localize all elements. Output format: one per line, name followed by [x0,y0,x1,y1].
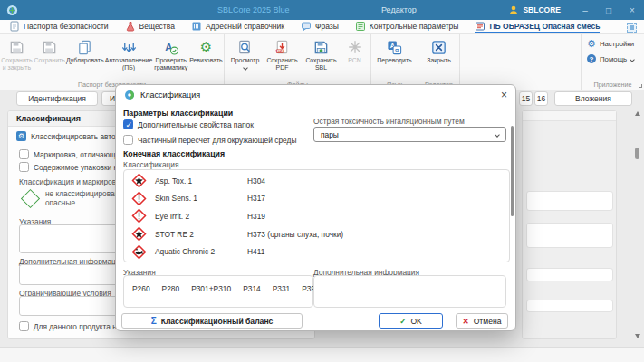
group-expand-icon[interactable] [639,84,642,88]
checkbox[interactable] [123,135,133,145]
checkbox[interactable] [19,149,29,159]
right-panel-field[interactable] [526,223,613,248]
cancel-button[interactable]: ✕ Отмена [456,313,508,329]
ribbon-pin-icon[interactable] [627,23,637,33]
translate-button[interactable]: AЯ Переводить [373,37,416,65]
x-icon: ✕ [462,317,468,326]
checkbox-label: Для данного продукта не [34,322,120,331]
classification-row[interactable]: STOT RE 2 H373 (органы слуха, почки) [124,225,509,243]
pcn-button[interactable]: PCN [341,37,369,65]
window-title: Редактор [381,5,417,14]
scroll-up-icon[interactable] [635,111,640,116]
user-icon [508,5,519,15]
marking-checkbox-row[interactable]: Маркировка, отличающа [19,149,120,159]
settings-button[interactable]: ⚙ Настройки [587,38,640,50]
pdf-icon: PDF [274,38,291,56]
ghs08-health-hazard-icon [131,173,147,188]
classification-balance-button[interactable]: Σ Классификационный баланс [121,313,303,329]
contents-checkbox-row[interactable]: Содержимое упаковки не [19,162,122,172]
menu-item-address-book[interactable]: Адресный справочник [191,20,284,33]
account-button[interactable]: SBLCORE [508,5,561,15]
dialog-close-icon[interactable]: × [501,90,507,100]
ribbon-group-application: ⚙ Настройки ? Помощь Приложение [581,34,644,90]
p-statement[interactable]: P280 [162,284,180,293]
preview-button[interactable]: Просмотр [227,37,264,71]
ribbon-group-editor: Закрыть Редактор [418,34,460,90]
classification-row[interactable]: Aquatic Chronic 2 H411 [124,243,509,261]
menu-item-active-document[interactable]: ПБ ОБРАЗЕЦ Опасная смесь [475,20,600,33]
p-statement[interactable]: P301+P310 [191,284,231,293]
classification-row[interactable]: Eye Irrit. 2 H319 [124,207,509,225]
settings-label: Настройки [600,40,634,48]
autofill-button[interactable]: Автозаполнение (ПБ) [104,37,154,72]
menu-item-phrases[interactable]: Фразы [301,20,339,33]
menu-item-substances[interactable]: Вещества [125,20,175,33]
help-button[interactable]: ? Помощь [587,54,640,63]
inhalation-toxicity-label: Острая токсичность ингаляционным путем [313,117,465,126]
save-pdf-button[interactable]: PDF Сохранить PDF [264,37,302,72]
classification-dialog: Классификация × Параметры классификации … [115,84,516,331]
ok-button-label: OK [410,317,421,326]
ribbon-group-passport: Сохранить и закрыть Сохранить Дублироват… [0,34,225,90]
product-checkbox-row[interactable]: Для данного продукта не [19,321,120,331]
ribbon-button-label: Переводить [377,57,411,64]
sigma-icon: Σ [151,316,157,326]
scroll-down-icon[interactable] [635,334,640,338]
vertical-scrollbar[interactable] [632,91,643,346]
checkbox-checked[interactable] [123,119,133,129]
additional-info-textarea[interactable] [313,275,506,308]
svg-text:Я: Я [395,47,399,52]
minimize-button[interactable]: – [573,0,597,20]
duplicate-button[interactable]: Дублировать [66,37,104,65]
p-statement[interactable]: P314 [243,284,261,293]
ghs08-health-hazard-icon [131,226,147,242]
classification-row[interactable]: Skin Sens. 1 H317 [124,190,509,208]
address-book-icon [191,21,202,32]
menu-item-passports[interactable]: Паспорта безопасности [9,20,109,33]
sds-document-icon [475,21,485,32]
dialog-scrollbar-thumb[interactable] [511,126,514,216]
save-sbl-button[interactable]: Сохранить SBL [302,37,341,72]
checkbox[interactable] [19,321,29,331]
ribbon-group-language: AЯ Переводить Язык [371,34,418,90]
right-panel-field[interactable] [526,191,613,211]
menu-item-label: Фразы [315,22,339,31]
save-and-close-button[interactable]: Сохранить и закрыть [0,37,33,72]
tab-attachments[interactable]: Вложения [554,91,632,106]
checkbox[interactable] [19,162,29,172]
auto-classify-button[interactable]: ⚙ Классифицировать автомат [16,131,129,141]
close-editor-button[interactable]: Закрыть [420,37,457,65]
close-window-button[interactable]: × [620,0,644,20]
folder-props-checkbox-row[interactable]: Дополнительные свойства папок [123,119,254,129]
right-side-panel [522,110,617,339]
ok-button[interactable]: ✓ OK [379,313,443,329]
scrollbar-thumb[interactable] [635,148,639,159]
inhalation-toxicity-select[interactable]: пары [313,127,506,142]
right-panel-field[interactable] [526,268,613,281]
check-icon: ✓ [399,317,406,326]
p-statement[interactable]: P331 [273,284,291,293]
checkbox-label: Маркировка, отличающа [34,150,120,159]
p-statements-box[interactable]: P260 P280 P301+P310 P314 P331 P391 [123,275,313,308]
grammar-check-icon: A [162,38,179,56]
auto-classify-gear-icon: ⚙ [16,131,26,141]
hazard-class-name: STOT RE 2 [155,230,247,239]
tab-identification[interactable]: Идентификация [16,91,98,106]
p-statement[interactable]: P260 [132,284,150,293]
tab-16[interactable]: 16 [534,91,548,106]
classification-row[interactable]: Asp. Tox. 1 H304 [124,172,509,190]
partial-recalc-checkbox-row[interactable]: Частичный пересчет для окружающей среды [123,135,297,145]
menu-bar: Паспорта безопасности Вещества Адресный … [0,20,644,34]
pcn-star-icon [347,38,363,56]
save-button[interactable]: Сохранить [34,37,66,65]
check-grammar-button[interactable]: A Проверить грамматику [153,37,188,72]
revise-button[interactable]: ⚙ Ревизовать [188,37,224,65]
final-section-header: Конечная классификация [123,149,225,158]
select-value: пары [321,130,339,139]
tab-15[interactable]: 15 [519,91,533,106]
menu-item-control-params[interactable]: Контрольные параметры [355,20,459,33]
account-label: SBLCORE [523,5,561,14]
right-panel-field[interactable] [526,300,613,312]
classification-list-label: Классификация [123,160,179,169]
maximize-button[interactable]: □ [597,0,620,20]
